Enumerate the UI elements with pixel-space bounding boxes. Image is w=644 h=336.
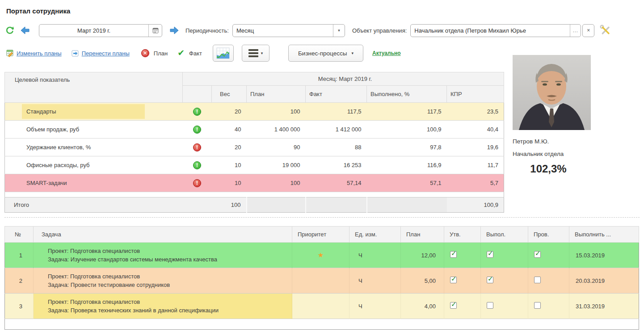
kpi-cell-fact[interactable]: 1 412 000 [306,121,367,139]
tasks-col-priority[interactable]: Приоритет [292,227,349,243]
business-processes-label: Бизнес-процессы [298,50,347,57]
fact-status-check-icon: ✔ [177,49,185,57]
task-plan: 4,00 [401,294,444,319]
kpi-cell-kpr[interactable]: 19,6 [447,139,504,156]
chart-button[interactable] [213,45,234,62]
kpi-cell-plan[interactable]: 90 [247,139,306,156]
checked-checkbox[interactable]: ✓ [534,251,541,258]
task-num: 2 [5,268,34,294]
approved-checkbox[interactable]: ✓ [450,251,457,258]
edit-plans-link[interactable]: Изменить планы [17,50,62,57]
kpi-cell-ves[interactable]: 10 [212,174,247,192]
employee-photo [513,55,591,130]
actual-link[interactable]: Актуально [372,50,401,56]
tasks-col-task[interactable]: Задача [34,227,292,243]
kpi-period-header[interactable]: Месяц: Март 2019 г. [183,72,504,86]
choose-icon[interactable]: ... [570,25,581,37]
kpi-row-smart-tasks[interactable]: SMART-задачи ! 10 100 57,14 57,1 5,7 [5,174,504,192]
kpi-cell-kpr[interactable]: 40,4 [447,121,504,139]
kpi-cell-done[interactable]: 97,8 [367,139,447,156]
kpi-cell-fact[interactable]: 117,5 [306,103,367,121]
approved-checkbox[interactable]: ✓ [450,302,457,309]
business-processes-button[interactable]: Бизнес-процессы ▾ [288,45,363,62]
kpi-cell-plan[interactable]: 19 000 [247,156,306,174]
done-checkbox[interactable]: ✓ [487,251,493,258]
kpi-cell-done[interactable]: 57,1 [367,174,447,192]
kpi-col-plan[interactable]: План [247,86,306,103]
tasks-col-approved[interactable]: Утв. [444,227,481,243]
periodicity-select[interactable]: Месяц ▾ [232,24,345,37]
tasks-col-num[interactable]: № [5,227,34,243]
fact-legend-label: Факт [189,50,202,57]
move-plans-link[interactable]: Перенести планы [82,50,130,57]
tasks-col-checked[interactable]: Пров. [528,227,569,243]
refresh-icon[interactable] [5,26,14,35]
checked-checkbox[interactable] [534,277,541,283]
kpi-row-sales[interactable]: Объем продаж, руб ! 40 1 400 000 1 412 0… [5,121,504,139]
approved-checkbox[interactable]: ✓ [450,277,457,283]
kpi-cell-ves[interactable]: 40 [212,121,247,139]
tasks-col-unit[interactable]: Ед. изм. [349,227,401,243]
done-checkbox[interactable]: ✓ [487,277,493,283]
menu-button[interactable]: ▾ [242,45,269,62]
previous-period-arrow-icon[interactable] [20,26,30,35]
period-value[interactable]: Март 2019 г. [39,27,148,34]
kpi-cell-done[interactable]: 117,5 [367,103,447,121]
tasks-col-due[interactable]: Выполнить ... [569,227,639,243]
kpi-cell-plan[interactable]: 100 [247,103,306,121]
done-checkbox[interactable] [487,302,493,309]
kpi-cell-fact[interactable]: 57,14 [306,174,367,192]
kpi-total-row[interactable]: Итого 100 100,9 [5,197,504,213]
kpi-cell-ves[interactable]: 10 [212,156,247,174]
kpi-name-selected[interactable]: Стандарты [22,104,145,119]
tools-icon[interactable] [600,25,611,36]
kpi-col-fact[interactable]: Факт [306,86,367,103]
edit-table-icon [6,50,14,57]
kpi-cell-ves[interactable]: 20 [212,139,247,156]
kpi-cell-kpr[interactable]: 5,7 [447,174,504,192]
periodicity-value[interactable]: Месяц [233,27,333,34]
kpi-row-standards[interactable]: Стандарты ! 20 100 117,5 117,5 23,5 [5,103,504,121]
tasks-col-done[interactable]: Выпол. [481,227,528,243]
next-period-arrow-icon[interactable] [169,26,179,35]
kpi-cell-done[interactable]: 116,9 [367,156,447,174]
period-field[interactable]: Март 2019 г. [39,24,162,37]
employee-result-percent: 102,3% [513,163,584,175]
chart-icon [216,47,230,59]
hamburger-icon [248,48,258,59]
kpi-row-retention[interactable]: Удержание клиентов, % ! 20 90 88 97,8 19… [5,139,504,156]
checked-checkbox[interactable] [534,302,541,309]
kpi-cell-fact[interactable]: 88 [306,139,367,156]
task-unit: Ч [349,243,401,268]
task-description[interactable]: Проект: Подготовка специалистов Задача: … [34,243,292,268]
kpi-cell-fact[interactable]: 16 253 [306,156,367,174]
kpi-col-status[interactable] [183,86,212,103]
task-description-selected[interactable]: Проект: Подготовка специалистов Задача: … [34,294,292,319]
tasks-col-plan[interactable]: План [401,227,444,243]
task-row-1[interactable]: 1 Проект: Подготовка специалистов Задача… [5,243,639,268]
kpi-cell-plan[interactable]: 100 [247,174,306,192]
kpi-cell-ves[interactable]: 20 [212,103,247,121]
kpi-cell-plan[interactable]: 1 400 000 [247,121,306,139]
management-object-value[interactable]: Начальник отдела (Петров Михаил Юрье [411,27,570,34]
kpi-cell-done[interactable]: 100,9 [367,121,447,139]
management-object-field[interactable]: Начальник отдела (Петров Михаил Юрье ... [410,24,581,37]
move-arrow-icon [72,50,79,57]
kpi-col-ves[interactable]: Вес [212,86,247,103]
task-project-line: Проект: Подготовка специалистов [48,247,289,255]
calendar-icon[interactable] [148,25,162,37]
kpi-cell-kpr[interactable]: 23,5 [447,103,504,121]
clear-icon[interactable]: × [582,24,594,37]
task-project-line: Проект: Подготовка специалистов [48,272,289,281]
kpi-cell-kpr[interactable]: 11,7 [447,156,504,174]
kpi-spacer-row [5,192,504,197]
star-icon: ★ [318,251,324,259]
kpi-row-office-expenses[interactable]: Офисные расходы, руб ! 10 19 000 16 253 … [5,156,504,174]
chevron-down-icon[interactable]: ▾ [333,25,345,37]
task-description[interactable]: Проект: Подготовка специалистов Задача: … [34,268,292,294]
kpi-col-kpr[interactable]: КПР [447,86,504,103]
task-row-3[interactable]: 3 Проект: Подготовка специалистов Задача… [5,294,639,319]
task-row-2[interactable]: 2 Проект: Подготовка специалистов Задача… [5,268,639,294]
kpi-col-done[interactable]: Выполнено, % [367,86,447,103]
kpi-col-target[interactable]: Целевой показатель [5,72,183,103]
